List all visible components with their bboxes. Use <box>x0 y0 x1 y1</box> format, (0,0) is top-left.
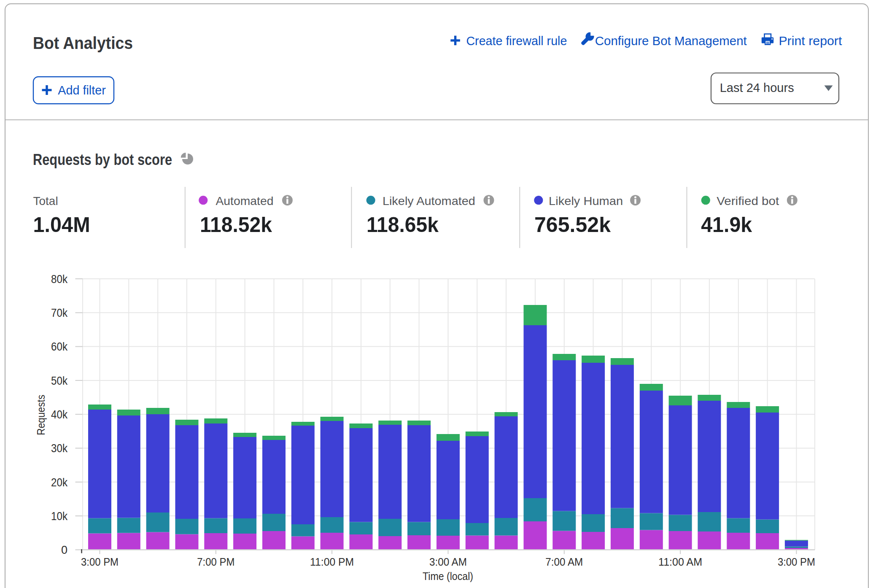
svg-text:40k: 40k <box>51 408 67 421</box>
svg-text:Print report: Print report <box>779 34 842 48</box>
svg-text:7:00 PM: 7:00 PM <box>197 556 234 568</box>
svg-text:Likely Automated: Likely Automated <box>383 194 475 208</box>
svg-text:Last 24 hours: Last 24 hours <box>720 81 794 94</box>
svg-text:7:00 AM: 7:00 AM <box>545 556 583 568</box>
svg-text:118.52k: 118.52k <box>200 213 272 237</box>
svg-text:Configure Bot Management: Configure Bot Management <box>595 34 747 48</box>
svg-text:Add filter: Add filter <box>58 83 106 97</box>
svg-text:Create firewall rule: Create firewall rule <box>466 34 567 48</box>
svg-text:118.65k: 118.65k <box>366 213 439 237</box>
svg-text:Requests: Requests <box>35 395 47 435</box>
svg-text:Total: Total <box>33 194 58 208</box>
svg-text:3:00 PM: 3:00 PM <box>778 556 815 568</box>
svg-text:Requests by bot score: Requests by bot score <box>33 151 172 168</box>
svg-text:80k: 80k <box>51 273 67 286</box>
svg-text:11:00 AM: 11:00 AM <box>658 556 702 568</box>
svg-text:0: 0 <box>61 544 67 556</box>
svg-text:50k: 50k <box>51 375 67 387</box>
svg-text:70k: 70k <box>51 307 67 319</box>
svg-text:60k: 60k <box>51 340 67 353</box>
svg-text:1.04M: 1.04M <box>33 213 90 237</box>
svg-text:41.9k: 41.9k <box>701 213 752 237</box>
svg-text:Bot Analytics: Bot Analytics <box>33 34 133 52</box>
svg-text:20k: 20k <box>51 476 67 489</box>
svg-text:30k: 30k <box>51 442 67 455</box>
svg-text:3:00 AM: 3:00 AM <box>429 556 467 568</box>
svg-text:3:00 PM: 3:00 PM <box>81 556 119 568</box>
svg-text:765.52k: 765.52k <box>534 213 611 237</box>
svg-text:Likely Human: Likely Human <box>549 194 623 208</box>
svg-text:10k: 10k <box>51 510 67 523</box>
svg-text:Verified bot: Verified bot <box>717 194 779 208</box>
svg-text:Automated: Automated <box>216 194 273 208</box>
svg-text:11:00 PM: 11:00 PM <box>310 556 354 568</box>
svg-text:Time (local): Time (local) <box>423 570 473 583</box>
